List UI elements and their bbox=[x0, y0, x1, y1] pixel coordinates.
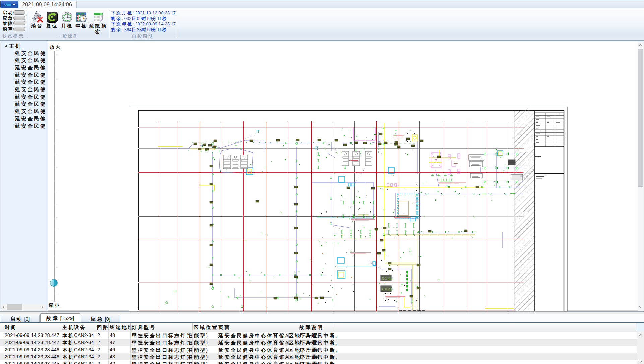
svg-text:安全出口: 安全出口 bbox=[382, 277, 394, 280]
svg-text:安全出口: 安全出口 bbox=[382, 288, 394, 291]
